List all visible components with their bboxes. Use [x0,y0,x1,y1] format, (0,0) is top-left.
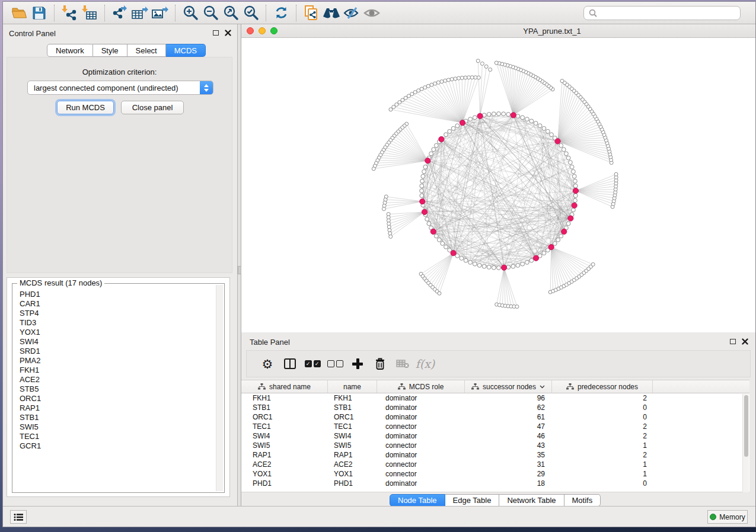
network-node[interactable] [438,291,441,295]
network-hub-node[interactable] [572,203,577,208]
tab-select[interactable]: Select [127,44,166,57]
network-node[interactable] [434,143,438,148]
table-scrollbar[interactable] [742,394,749,492]
zoom-out-icon[interactable] [200,4,221,23]
unselect-all-columns-icon[interactable] [324,353,346,374]
table-row[interactable]: TEC1TEC1connector472 [241,422,749,431]
show-panels-list-button[interactable] [10,510,27,524]
network-node[interactable] [473,116,477,120]
network-node[interactable] [550,133,554,137]
tab-edge-table[interactable]: Edge Table [445,494,500,507]
network-node[interactable] [427,222,431,226]
network-node[interactable] [573,179,578,183]
network-hub-node[interactable] [451,251,456,256]
mcds-result-item[interactable]: ORC1 [20,394,215,403]
network-node[interactable] [467,76,471,79]
network-node[interactable] [525,260,529,264]
network-node[interactable] [495,61,498,65]
hide-selected-eye-slash-icon[interactable] [342,4,362,23]
network-node[interactable] [468,117,473,121]
mcds-result-item[interactable]: GCR1 [20,441,215,451]
mcds-result-item[interactable]: RAP1 [20,403,215,413]
network-node[interactable] [422,169,426,174]
network-node[interactable] [529,258,534,262]
mcds-result-item[interactable]: CAR1 [20,299,215,309]
network-node[interactable] [538,124,542,128]
optimization-criterion-select[interactable]: largest connected component (undirected) [27,81,213,95]
network-node[interactable] [440,80,444,84]
network-node[interactable] [525,117,529,121]
network-node[interactable] [441,242,445,246]
network-hub-node[interactable] [533,255,538,261]
table-row[interactable]: YOX1YOX1connector291 [241,469,749,479]
mcds-result-item[interactable]: YOX1 [20,328,215,337]
tab-style[interactable]: Style [93,44,127,57]
mcds-result-item[interactable]: FKH1 [20,366,215,375]
network-node[interactable] [497,112,501,116]
export-table-icon[interactable] [130,4,150,23]
network-hub-node[interactable] [568,216,573,221]
mcds-result-item[interactable]: PMA2 [20,356,215,366]
tab-network[interactable]: Network [47,44,93,57]
zoom-selected-icon[interactable] [241,4,261,23]
network-node[interactable] [487,265,491,270]
table-row[interactable]: ACE2ACE2connector311 [241,460,749,469]
network-node[interactable] [566,156,570,160]
network-node[interactable] [502,112,506,116]
network-node[interactable] [553,242,557,246]
table-mode-gear-icon[interactable]: ⚙ [256,353,279,374]
add-column-plus-icon[interactable] [346,353,369,374]
network-node[interactable] [421,174,425,178]
mcds-result-item[interactable]: STB5 [20,384,215,394]
window-minimize-icon[interactable] [259,27,266,34]
float-panel-icon[interactable] [213,30,219,36]
import-network-icon[interactable] [59,4,79,23]
network-hub-node[interactable] [573,188,578,193]
network-node[interactable] [556,238,560,242]
network-node[interactable] [420,189,424,193]
network-node[interactable] [477,264,481,268]
network-node[interactable] [429,152,433,156]
network-node[interactable] [444,79,447,82]
network-node[interactable] [492,112,496,116]
network-node[interactable] [457,76,461,80]
network-node[interactable] [564,152,569,156]
network-node[interactable] [425,217,429,221]
network-node[interactable] [546,129,550,133]
network-node[interactable] [559,234,563,238]
network-node[interactable] [521,116,525,120]
network-hub-node[interactable] [422,209,427,214]
network-node[interactable] [492,265,496,270]
network-node[interactable] [572,174,576,178]
network-hub-node[interactable] [511,113,516,118]
network-node[interactable] [434,234,438,238]
network-node[interactable] [516,264,520,268]
network-node[interactable] [444,245,448,249]
network-hub-node[interactable] [425,158,430,164]
mcds-result-item[interactable]: SWI4 [20,337,215,347]
network-window-titlebar[interactable]: YPA_prune.txt_1 [241,24,755,38]
network-node[interactable] [423,165,428,169]
column-header-MCDS-role[interactable]: MCDS role [377,380,465,393]
table-row[interactable]: FKH1FKH1dominator962 [241,393,749,403]
network-node[interactable] [560,79,564,83]
table-scrollbar-thumb[interactable] [744,395,748,457]
network-hub-node[interactable] [439,136,444,142]
network-node[interactable] [542,251,546,255]
network-node[interactable] [432,148,436,152]
network-node[interactable] [572,169,576,174]
network-node[interactable] [534,121,538,126]
network-node[interactable] [451,126,455,130]
mcds-result-item[interactable]: ACE2 [20,375,215,384]
network-node[interactable] [446,78,450,82]
network-node[interactable] [430,83,433,86]
import-table-icon[interactable] [79,4,100,23]
network-hub-node[interactable] [460,120,465,126]
network-node[interactable] [437,238,441,242]
network-node[interactable] [515,305,519,309]
network-hub-node[interactable] [555,139,560,144]
network-node[interactable] [382,207,385,211]
network-node[interactable] [614,172,618,176]
zoom-in-icon[interactable] [180,4,200,23]
mcds-result-item[interactable]: PHD1 [20,290,215,299]
